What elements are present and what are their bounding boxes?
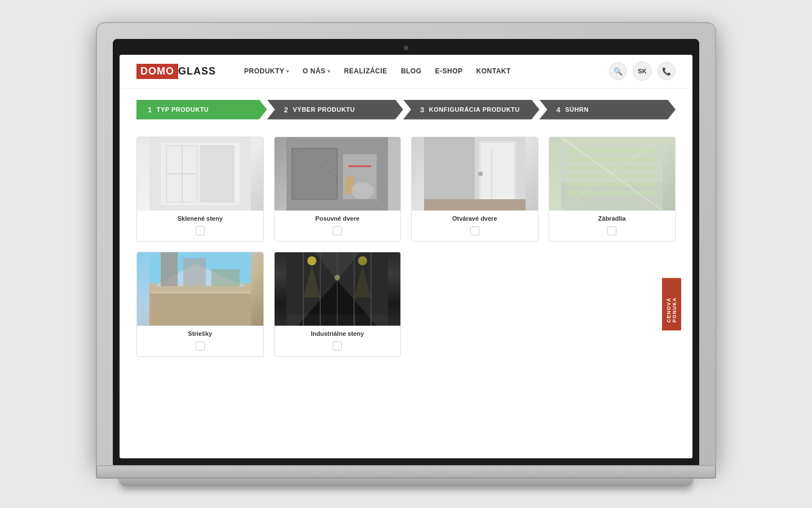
svg-rect-21 — [424, 199, 526, 211]
product-checkbox-striesky[interactable] — [196, 341, 205, 351]
svg-rect-25 — [567, 157, 657, 161]
svg-rect-6 — [149, 137, 251, 211]
language-button[interactable]: SK — [633, 62, 652, 81]
svg-rect-54 — [286, 314, 388, 326]
empty-col-3 — [411, 252, 539, 357]
nav-items: PRODUKTY ▾ O NÁS ▾ REALIZÁCIE BLOG — [244, 67, 598, 75]
logo[interactable]: DOMO GLASS — [136, 64, 216, 79]
step-1[interactable]: 1 TYP PRODUKTU — [136, 100, 267, 120]
svg-point-49 — [307, 256, 316, 265]
svg-rect-28 — [567, 182, 657, 187]
product-name-otvarave: Otváravé dvere — [418, 215, 531, 222]
logo-glass: GLASS — [178, 65, 216, 77]
nav-realizacie[interactable]: REALIZÁCIE — [344, 67, 387, 75]
product-name-industrialne: Industriálne steny — [281, 330, 394, 337]
browser-screen: DOMO GLASS PRODUKTY ▾ O NÁS ▾ R — [120, 55, 692, 458]
product-image-posuvne — [275, 137, 401, 211]
svg-rect-37 — [183, 258, 206, 286]
products-section: Sklenené steny — [120, 131, 692, 458]
chevron-down-icon: ▾ — [328, 69, 330, 74]
step-3[interactable]: 3 KONFIGURÁCIA PRODUKTU — [403, 100, 540, 120]
step-4[interactable]: 4 SÚHRN — [540, 100, 676, 120]
product-image-zabradlia — [549, 137, 676, 211]
product-otvarave[interactable]: Otváravé dvere — [411, 137, 539, 242]
laptop-base — [96, 466, 716, 479]
nav-right: 🔍 SK 📞 — [609, 62, 676, 81]
product-zabradlia[interactable]: Zábradlia — [549, 137, 676, 242]
products-grid-row2: Striešky — [136, 252, 676, 357]
nav-produkty[interactable]: PRODUKTY ▾ — [244, 67, 289, 75]
product-checkbox-industrialne[interactable] — [333, 341, 342, 351]
svg-rect-18 — [480, 143, 514, 205]
product-industrialne[interactable]: Industriálne steny — [274, 252, 401, 357]
product-striesky[interactable]: Striešky — [136, 252, 264, 357]
product-checkbox-sklenene[interactable] — [196, 226, 205, 235]
product-checkbox-posuvne[interactable] — [333, 226, 342, 235]
product-name-posuvne: Posuvné dvere — [281, 215, 394, 222]
product-checkbox-zabradlia[interactable] — [607, 226, 616, 235]
navbar: DOMO GLASS PRODUKTY ▾ O NÁS ▾ R — [120, 55, 692, 89]
steps-bar: 1 TYP PRODUKTU 2 VÝBER PRODUKTU 3 KONFIG… — [136, 100, 676, 120]
nav-o-nas[interactable]: O NÁS ▾ — [303, 67, 330, 75]
svg-rect-36 — [161, 252, 178, 286]
empty-col-4: CENOVÁ PONUKA — [549, 252, 676, 357]
search-icon: 🔍 — [614, 67, 623, 76]
svg-rect-11 — [348, 165, 371, 167]
svg-point-50 — [358, 256, 367, 265]
svg-point-51 — [334, 275, 340, 281]
cenova-ponuka-button[interactable]: CENOVÁ PONUKA — [662, 278, 681, 330]
phone-button[interactable]: 📞 — [657, 62, 676, 80]
product-image-industrialne — [275, 252, 401, 326]
product-name-sklenene: Sklenené steny — [144, 215, 257, 222]
svg-point-13 — [351, 182, 374, 199]
svg-rect-38 — [211, 269, 240, 286]
svg-rect-39 — [149, 292, 251, 294]
product-image-otvarave — [412, 137, 538, 211]
nav-eshop[interactable]: E-SHOP — [435, 67, 463, 75]
nav-kontakt[interactable]: KONTAKT — [476, 67, 511, 75]
product-checkbox-otvarave[interactable] — [470, 226, 479, 235]
svg-rect-26 — [567, 165, 657, 170]
product-sklenene[interactable]: Sklenené steny — [136, 137, 264, 242]
laptop-foot — [118, 479, 694, 487]
logo-domo: DOMO — [136, 64, 178, 79]
product-posuvne[interactable]: Posuvné dvere — [274, 137, 401, 242]
screen-camera — [404, 46, 408, 50]
search-button[interactable]: 🔍 — [609, 62, 627, 80]
products-grid-row1: Sklenené steny — [136, 137, 676, 242]
step-2[interactable]: 2 VÝBER PRODUKTU — [267, 100, 404, 120]
chevron-down-icon: ▾ — [286, 69, 289, 74]
phone-icon: 📞 — [662, 67, 671, 76]
product-name-striesky: Striešky — [144, 330, 257, 337]
svg-rect-9 — [292, 148, 337, 199]
nav-blog[interactable]: BLOG — [401, 67, 422, 75]
product-image-striesky — [137, 252, 263, 326]
svg-point-19 — [478, 172, 483, 176]
product-image-sklenene — [137, 137, 263, 211]
product-name-zabradlia: Zábradlia — [556, 215, 669, 222]
svg-rect-29 — [567, 191, 657, 195]
